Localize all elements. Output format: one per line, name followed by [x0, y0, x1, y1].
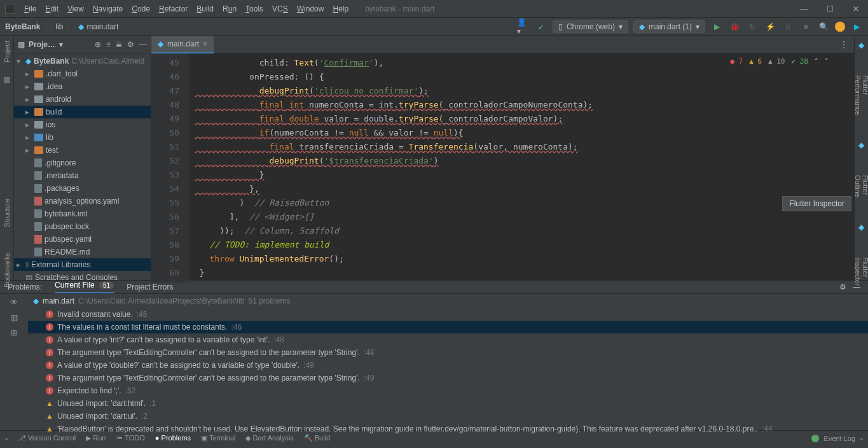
tool-project[interactable]: Project: [3, 41, 11, 62]
problems-file-header[interactable]: ◆ main.dart C:\Users\Caio.Almeida\IdeaPr…: [28, 294, 868, 308]
problem-item[interactable]: !The argument type 'TextEditingControlle…: [28, 346, 868, 359]
menu-tools[interactable]: Tools: [242, 3, 267, 15]
menu-view[interactable]: View: [64, 3, 88, 15]
stop-button[interactable]: ■: [799, 20, 812, 33]
eye-icon[interactable]: 👁: [10, 298, 18, 307]
tree-file[interactable]: pubspec.yaml: [14, 233, 151, 246]
tree-folder[interactable]: ▸build: [14, 106, 151, 118]
coverage-button[interactable]: ↻: [746, 20, 759, 33]
tree-scratches[interactable]: ▤ Scratches and Consoles: [14, 271, 151, 280]
sync-icon[interactable]: [835, 22, 845, 32]
tree-file[interactable]: .metadata: [14, 169, 151, 182]
tree-file[interactable]: pubspec.lock: [14, 220, 151, 233]
menu-navigate[interactable]: Navigate: [89, 3, 127, 15]
sb-dart-analysis[interactable]: ◆ Dart Analysis: [245, 434, 293, 442]
menu-run[interactable]: Run: [219, 3, 240, 15]
crumb-folder[interactable]: lib: [55, 22, 63, 31]
hide-icon[interactable]: —: [853, 283, 860, 291]
close-icon[interactable]: ×: [203, 39, 207, 48]
problem-item[interactable]: !A value of type 'int?' can't be assigne…: [28, 333, 868, 346]
menu-edit[interactable]: Edit: [41, 3, 62, 15]
tree-folder[interactable]: ▸.dart_tool: [14, 67, 151, 80]
run-button[interactable]: ▶: [710, 20, 723, 33]
problem-item[interactable]: ▲Unused import: 'dart:ui'. :2: [28, 410, 868, 423]
hot-reload-button[interactable]: ⚡: [764, 20, 776, 33]
sb-todo[interactable]: ≔ TODO: [116, 434, 144, 442]
menu-window[interactable]: Window: [293, 3, 328, 15]
collapse-icon[interactable]: ≣: [116, 40, 122, 49]
menu-vcs[interactable]: VCS: [268, 3, 292, 15]
problem-item[interactable]: !The values in a const list literal must…: [28, 321, 868, 333]
user-icon[interactable]: 👤▾: [517, 20, 530, 33]
crumb-file[interactable]: main.dart: [86, 22, 118, 31]
chevron-down-icon[interactable]: ▾: [59, 40, 63, 49]
tool-structure[interactable]: Structure: [3, 199, 11, 227]
locate-icon[interactable]: ⊕: [95, 40, 101, 49]
sb-version-control[interactable]: ⎇ Version Control: [18, 434, 76, 442]
problem-item[interactable]: !The argument type 'TextEditingControlle…: [28, 372, 868, 384]
tab-main-dart[interactable]: ◆ main.dart ×: [151, 36, 214, 53]
search-icon[interactable]: 🔍: [817, 20, 830, 33]
menu-help[interactable]: Help: [329, 3, 352, 15]
device-selector[interactable]: ▯ Chrome (web) ▾: [553, 20, 628, 33]
sb-run[interactable]: ▶ Run: [86, 434, 106, 442]
window-controls: — ☐ ✕: [796, 3, 863, 15]
sb-trailer-icon[interactable]: ▫: [860, 435, 863, 442]
tool-flutter-performance[interactable]: Flutter Performance: [854, 75, 869, 115]
menu-build[interactable]: Build: [193, 3, 217, 15]
event-log-button[interactable]: Event Log: [824, 435, 856, 442]
tree-folder[interactable]: ▸.idea: [14, 80, 151, 93]
ok-count: ✔ 28: [792, 57, 809, 66]
sb-problems[interactable]: ● Problems: [155, 434, 191, 442]
tree-folder[interactable]: ▸android: [14, 93, 151, 106]
sb-build[interactable]: 🔨 Build: [304, 434, 331, 442]
problem-item[interactable]: ▲'RaisedButton' is deprecated and should…: [28, 423, 868, 435]
problem-item[interactable]: !A value of type 'double?' can't be assi…: [28, 359, 868, 372]
crumb-project[interactable]: ByteBank: [5, 22, 40, 31]
tab-project-errors[interactable]: Project Errors: [127, 283, 173, 291]
gear-icon[interactable]: ⚙: [839, 283, 846, 291]
tree-file[interactable]: .packages: [14, 182, 151, 195]
inspection-indicators[interactable]: ● 7 ▲ 6 ▲ 10 ✔ 28 ˄ ˅: [730, 57, 829, 66]
tree-file[interactable]: README.md: [14, 246, 151, 258]
tab-current-file[interactable]: Current File 51: [55, 281, 114, 293]
sb-terminal[interactable]: ▣ Terminal: [201, 434, 235, 442]
tree-folder[interactable]: ▸ios: [14, 118, 151, 131]
minimize-button[interactable]: —: [796, 3, 811, 15]
tree-file[interactable]: analysis_options.yaml: [14, 195, 151, 207]
tool-bookmarks[interactable]: Bookmarks: [3, 253, 11, 288]
menu-code[interactable]: Code: [128, 3, 154, 15]
problem-item[interactable]: ▲Unused import: 'dart:html'. :1: [28, 397, 868, 410]
tree-root[interactable]: ▾◆ ByteBank C:\Users\Caio.Almeid: [14, 55, 151, 67]
tool-flutter-outline[interactable]: Flutter Outline: [854, 175, 869, 197]
menu-refactor[interactable]: Refactor: [155, 3, 191, 15]
gear-icon[interactable]: ⚙: [127, 40, 134, 49]
vcs-update-icon[interactable]: ↙: [535, 20, 548, 33]
tree-file[interactable]: .gitignore: [14, 157, 151, 169]
debug-button[interactable]: 🐞: [728, 20, 741, 33]
hide-icon[interactable]: —: [139, 40, 147, 49]
flutter-play-icon[interactable]: ▶: [850, 20, 863, 33]
editor-more-icon[interactable]: ⋮: [834, 40, 854, 49]
close-button[interactable]: ✕: [849, 3, 863, 15]
sb-tool-stripe-icon[interactable]: ▫: [5, 435, 8, 442]
project-panel-title[interactable]: Proje…: [29, 40, 55, 49]
tree-file[interactable]: bytebank.iml: [14, 207, 151, 220]
error-icon: !: [46, 336, 53, 344]
chevron-up-icon[interactable]: ˄: [815, 57, 818, 66]
code-area[interactable]: ● 7 ▲ 6 ▲ 10 ✔ 28 ˄ ˅ child: Text('Confi…: [189, 53, 854, 283]
expand-icon[interactable]: ⊞: [11, 328, 17, 337]
problem-item[interactable]: !Invalid constant value. :46: [28, 308, 868, 321]
problem-item[interactable]: !Expected to find ';'. :52: [28, 384, 868, 397]
maximize-button[interactable]: ☐: [823, 3, 837, 15]
run-config-selector[interactable]: ◆ main.dart (1) ▾: [633, 20, 705, 33]
weak-count: ▲ 10: [768, 57, 785, 66]
menu-file[interactable]: File: [20, 3, 40, 15]
expand-icon[interactable]: ≡: [106, 40, 111, 49]
tree-folder[interactable]: ▸test: [14, 144, 151, 157]
layout-icon[interactable]: ▥: [11, 313, 18, 322]
tree-external-libs[interactable]: ▸⫴ External Libraries: [14, 258, 151, 271]
chevron-down-icon[interactable]: ˅: [825, 57, 829, 66]
attach-button[interactable]: ⎘: [782, 20, 794, 33]
tree-folder[interactable]: ▸lib: [14, 131, 151, 144]
